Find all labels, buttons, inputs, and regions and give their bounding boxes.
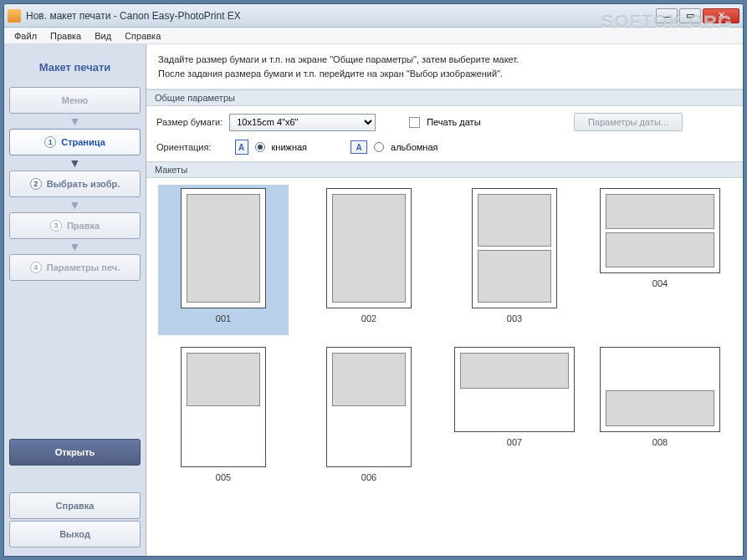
window-title: Нов. макет печати - Canon Easy-PhotoPrin… [26,10,656,22]
layout-item-005[interactable]: 005 [158,344,289,494]
paper-size-select[interactable]: 10x15cm 4"x6" [229,114,376,131]
layout-item-002[interactable]: 002 [304,185,434,335]
layout-preview [181,347,266,467]
app-icon [8,9,21,23]
layout-item-008[interactable]: 008 [595,344,725,494]
open-button[interactable]: Открыть [9,439,141,466]
date-params-button: Параметры даты... [574,113,683,131]
layout-label: 007 [507,437,522,447]
main-panel: Задайте размер бумаги и т.п. на экране "… [146,44,743,556]
minimize-button[interactable]: — [656,8,678,23]
landscape-icon: A [350,140,367,154]
exit-button[interactable]: Выход [9,521,141,547]
menubar: Файл Правка Вид Справка [4,28,743,44]
layout-item-001[interactable]: 001 [158,185,289,335]
menu-view[interactable]: Вид [88,29,118,43]
layouts-grid: 001002003004005006007008 [146,178,743,556]
layout-label: 006 [361,472,376,482]
print-date-checkbox[interactable] [409,117,420,128]
params-section-label: Общие параметры [146,89,743,106]
portrait-radio[interactable] [255,142,265,152]
layout-label: 001 [216,313,231,323]
portrait-label: книжная [272,142,308,152]
landscape-label: альбомная [391,142,437,152]
titlebar[interactable]: Нов. макет печати - Canon Easy-PhotoPrin… [4,4,743,28]
layout-item-006[interactable]: 006 [304,344,434,494]
arrow-icon: ▼ [9,159,141,167]
arrow-icon: ▼ [9,201,141,209]
landscape-radio[interactable] [374,142,384,152]
menu-file[interactable]: Файл [8,29,43,43]
step-select-images-button[interactable]: 2 Выбрать изобр. [9,171,141,197]
layout-label: 005 [216,472,231,482]
layout-item-003[interactable]: 003 [449,185,580,335]
instructions: Задайте размер бумаги и т.п. на экране "… [146,44,743,89]
layouts-section-label: Макеты [146,161,743,178]
layout-preview [472,188,557,308]
arrow-icon: ▼ [9,117,141,125]
layout-preview [600,188,720,273]
sidebar-title: Макет печати [9,51,141,87]
arrow-icon: ▼ [9,242,141,251]
step-number-3: 3 [50,220,62,232]
portrait-icon: A [235,140,248,155]
help-button[interactable]: Справка [9,492,141,519]
layout-label: 008 [652,437,668,447]
layout-preview [600,347,720,432]
layout-item-007[interactable]: 007 [449,344,580,494]
layout-label: 003 [507,313,522,323]
step-number-2: 2 [30,178,42,190]
step-menu-button[interactable]: Меню [9,87,141,114]
layout-preview [181,188,266,308]
step-number-4: 4 [30,262,42,273]
menu-help[interactable]: Справка [118,29,167,43]
layout-preview [326,347,412,467]
params-panel: Размер бумаги: 10x15cm 4"x6" Печать даты… [146,106,743,161]
close-button[interactable]: ✕ [703,8,739,23]
layout-preview [454,347,575,432]
step-number-1: 1 [44,136,56,148]
layout-label: 002 [361,313,376,323]
step-edit-button[interactable]: 3 Правка [9,212,141,239]
orientation-label: Ориентация: [156,142,212,152]
app-window: Нов. макет печати - Canon Easy-PhotoPrin… [3,3,744,557]
paper-size-label: Размер бумаги: [156,117,223,127]
sidebar: Макет печати Меню ▼ 1 Страница ▼ 2 Выбра… [4,44,146,556]
layout-preview [326,188,412,308]
step-page-button[interactable]: 1 Страница [9,129,141,155]
menu-edit[interactable]: Правка [43,29,88,43]
layout-item-004[interactable]: 004 [595,185,725,335]
print-date-label: Печать даты [427,117,480,127]
layout-label: 004 [652,278,668,288]
step-print-params-button[interactable]: 4 Параметры печ. [9,254,141,281]
maximize-button[interactable]: ▭ [679,8,701,23]
